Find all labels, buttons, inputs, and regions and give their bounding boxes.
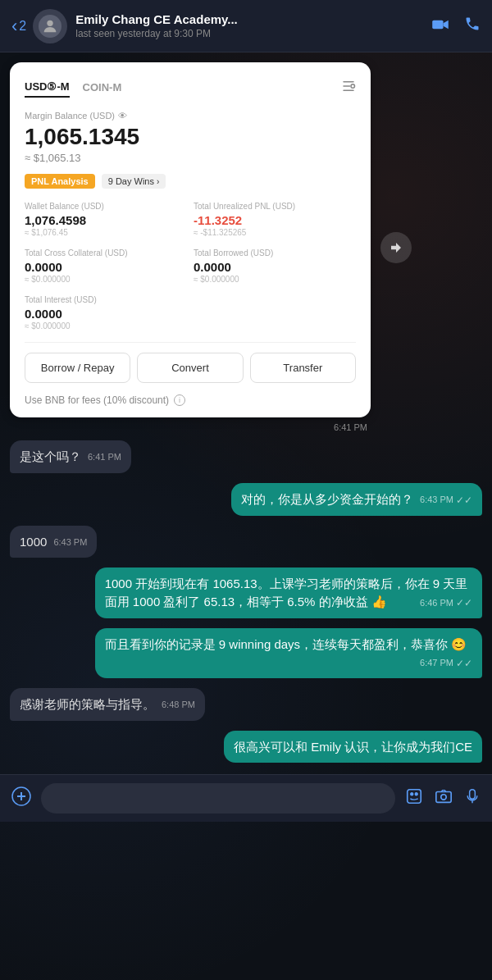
bubble: 1000 开始到现在有 1065.13。上课学习老师的策略后，你在 9 天里面用… xyxy=(95,567,482,618)
svg-rect-12 xyxy=(436,791,451,802)
message-time: 6:41 PM xyxy=(88,451,121,464)
message-text: 1000 xyxy=(20,535,47,549)
svg-rect-2 xyxy=(343,81,354,83)
binance-card: USD⑤-M COIN-M Margin Balance (USD) 👁 1, xyxy=(10,62,371,417)
bubble: 1000 6:43 PM xyxy=(10,526,97,558)
sticker-icon[interactable] xyxy=(405,787,423,810)
svg-point-11 xyxy=(415,793,417,795)
margin-balance-value: 1,065.1345 xyxy=(25,124,356,150)
svg-rect-3 xyxy=(343,85,350,87)
cross-collateral-label: Total Cross Collateral (USD) xyxy=(25,248,187,258)
wallet-balance-block: Wallet Balance (USD) 1,076.4598 ≈ $1,076… xyxy=(25,202,187,237)
total-interest-block: Total Interest (USD) 0.0000 ≈ $0.000000 xyxy=(25,295,187,330)
bubble: 是这个吗？ 6:41 PM xyxy=(10,440,131,473)
message-row: 而且看到你的记录是 9 winning days，连续每天都盈利，恭喜你 😊 6… xyxy=(10,628,482,678)
bottom-actions xyxy=(405,787,481,810)
message-row: 对的，你是从多少资金开始的？ 6:43 PM ✓✓ xyxy=(10,483,482,516)
card-tabs: USD⑤-M COIN-M xyxy=(25,77,356,98)
info-icon[interactable]: i xyxy=(174,394,185,406)
card-message: USD⑤-M COIN-M Margin Balance (USD) 👁 1, xyxy=(10,62,371,432)
read-ticks: ✓✓ xyxy=(456,596,472,610)
microphone-icon[interactable] xyxy=(464,787,481,810)
cross-collateral-block: Total Cross Collateral (USD) 0.0000 ≈ $0… xyxy=(25,248,187,284)
add-button[interactable] xyxy=(11,786,31,811)
message-text: 感谢老师的策略与指导。 xyxy=(20,697,155,711)
transfer-button[interactable]: Transfer xyxy=(250,353,356,383)
read-ticks: ✓✓ xyxy=(456,494,472,508)
total-borrowed-value: 0.0000 xyxy=(194,260,356,274)
stats-grid: Wallet Balance (USD) 1,076.4598 ≈ $1,076… xyxy=(25,202,356,330)
margin-balance-usd: ≈ $1,065.13 xyxy=(25,152,356,164)
message-text: 对的，你是从多少资金开始的？ xyxy=(241,492,413,506)
total-borrowed-label: Total Borrowed (USD) xyxy=(194,248,356,258)
message-meta: 6:43 PM ✓✓ xyxy=(420,494,472,508)
back-button[interactable]: ‹ 2 xyxy=(11,16,26,37)
message-row: 感谢老师的策略与指导。 6:48 PM xyxy=(10,688,482,721)
cross-collateral-value: 0.0000 xyxy=(25,260,187,274)
eye-icon[interactable]: 👁 xyxy=(118,111,127,121)
message-text: 很高兴可以和 Emily 认识，让你成为我们CE xyxy=(234,740,472,754)
svg-rect-4 xyxy=(343,89,354,91)
unrealized-pnl-block: Total Unrealized PNL (USD) -11.3252 ≈ -$… xyxy=(194,202,356,237)
svg-point-0 xyxy=(48,20,53,25)
convert-button[interactable]: Convert xyxy=(137,353,243,383)
message-time: 6:48 PM xyxy=(162,699,195,712)
contact-status: last seen yesterday at 9:30 PM xyxy=(75,28,431,39)
wallet-balance-sub: ≈ $1,076.45 xyxy=(25,228,187,237)
bubble: 很高兴可以和 Emily 认识，让你成为我们CE xyxy=(224,731,482,763)
wallet-balance-value: 1,076.4598 xyxy=(25,213,187,227)
phone-icon[interactable] xyxy=(464,16,481,36)
card-settings-icon[interactable] xyxy=(341,79,356,97)
svg-rect-1 xyxy=(432,21,443,30)
tab-usdm[interactable]: USD⑤-M xyxy=(25,77,70,98)
bubble: 感谢老师的策略与指导。 6:48 PM xyxy=(10,688,205,721)
unrealized-pnl-value: -11.3252 xyxy=(194,213,356,227)
card-footer: Use BNB for fees (10% discount) i xyxy=(25,394,356,406)
card-badges: PNL Analysis 9 Day Wins › xyxy=(25,174,356,189)
message-meta: 6:47 PM ✓✓ xyxy=(420,657,472,671)
svg-point-10 xyxy=(411,793,413,795)
message-input[interactable] xyxy=(41,783,395,814)
bubble: 对的，你是从多少资金开始的？ 6:43 PM ✓✓ xyxy=(231,483,482,516)
video-call-icon[interactable] xyxy=(431,16,449,35)
message-text: 而且看到你的记录是 9 winning days，连续每天都盈利，恭喜你 😊 xyxy=(105,637,467,651)
card-buttons: Borrow / Repay Convert Transfer xyxy=(25,353,356,383)
message-meta: 6:48 PM xyxy=(162,699,195,712)
forward-button[interactable] xyxy=(380,232,412,263)
cross-collateral-sub: ≈ $0.000000 xyxy=(25,275,187,284)
message-row: 1000 开始到现在有 1065.13。上课学习老师的策略后，你在 9 天里面用… xyxy=(10,567,482,618)
message-text: 1000 开始到现在有 1065.13。上课学习老师的策略后，你在 9 天里面用… xyxy=(105,577,468,609)
avatar[interactable] xyxy=(33,9,67,43)
svg-rect-14 xyxy=(470,790,476,800)
total-interest-value: 0.0000 xyxy=(25,307,187,321)
svg-rect-9 xyxy=(408,790,421,804)
contact-info[interactable]: Emily Chang CE Academy... last seen yest… xyxy=(75,12,431,39)
message-meta: 6:46 PM ✓✓ xyxy=(420,596,472,610)
total-borrowed-sub: ≈ $0.000000 xyxy=(194,275,356,284)
header-actions xyxy=(431,16,481,36)
camera-icon[interactable] xyxy=(435,787,453,810)
message-time: 6:43 PM xyxy=(420,494,453,507)
message-row: 1000 6:43 PM xyxy=(10,526,482,558)
avatar-icon xyxy=(39,15,61,38)
chat-area: USD⑤-M COIN-M Margin Balance (USD) 👁 1, xyxy=(0,52,492,764)
margin-balance-label: Margin Balance (USD) 👁 xyxy=(25,111,356,121)
back-count: 2 xyxy=(19,19,26,34)
back-arrow-icon: ‹ xyxy=(11,16,17,37)
pnl-badge[interactable]: PNL Analysis xyxy=(25,174,95,189)
bnb-fee-text: Use BNB for fees (10% discount) xyxy=(25,394,169,406)
chevron-right-icon: › xyxy=(157,177,159,186)
message-time: 6:47 PM xyxy=(420,657,453,670)
message-text: 是这个吗？ xyxy=(20,449,81,463)
bottom-bar xyxy=(0,774,492,822)
message-time: 6:43 PM xyxy=(53,536,87,549)
svg-point-13 xyxy=(441,795,446,800)
total-borrowed-block: Total Borrowed (USD) 0.0000 ≈ $0.000000 xyxy=(194,248,356,284)
tab-coinm[interactable]: COIN-M xyxy=(83,78,122,97)
message-row: 是这个吗？ 6:41 PM xyxy=(10,440,482,473)
wins-badge[interactable]: 9 Day Wins › xyxy=(102,174,166,189)
borrow-repay-button[interactable]: Borrow / Repay xyxy=(25,353,130,383)
message-row: 很高兴可以和 Emily 认识，让你成为我们CE xyxy=(10,731,482,763)
message-meta: 6:41 PM xyxy=(88,451,121,464)
total-interest-sub: ≈ $0.000000 xyxy=(25,321,187,330)
